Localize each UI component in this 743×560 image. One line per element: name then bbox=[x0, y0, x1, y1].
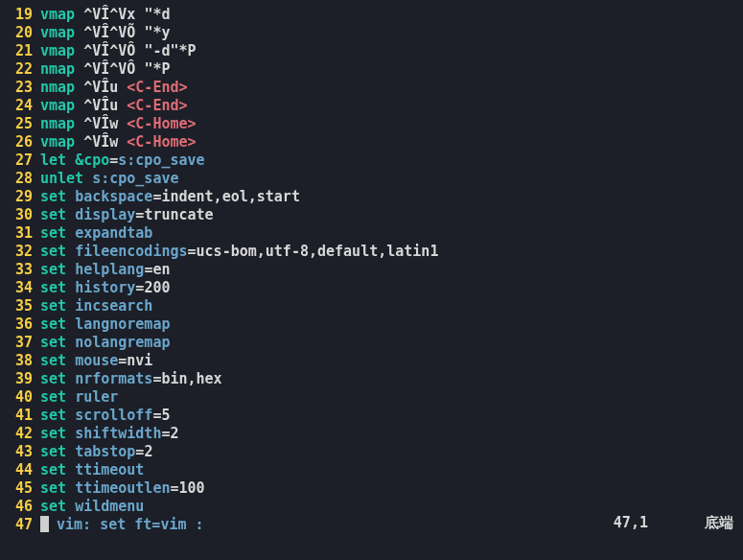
token-kw: set bbox=[40, 297, 66, 315]
token-str: "*P bbox=[144, 60, 170, 78]
token-kw: set bbox=[40, 461, 66, 478]
line-number: 45 bbox=[0, 479, 40, 498]
token-kw: set bbox=[40, 407, 66, 424]
token-red: <C-Home> bbox=[127, 133, 196, 151]
line-number: 19 bbox=[0, 6, 40, 24]
token-str bbox=[66, 224, 75, 242]
token-kw: set bbox=[40, 498, 66, 515]
code-line: 34set history=200 bbox=[0, 279, 743, 297]
token-opt: wildmenu bbox=[75, 498, 144, 515]
token-str: ^VÎ^VÕ bbox=[75, 24, 144, 41]
line-number: 44 bbox=[0, 461, 40, 479]
scroll-indicator: 底端 bbox=[657, 514, 733, 531]
token-kw: vmap bbox=[40, 97, 75, 114]
code-line: 24vmap ^VÎu <C-End> bbox=[0, 97, 743, 115]
line-number: 37 bbox=[0, 334, 40, 352]
token-opt: backspace bbox=[75, 188, 152, 205]
code-line: 28unlet s:cpo_save bbox=[0, 170, 743, 188]
token-kw: nmap bbox=[40, 60, 75, 78]
token-opt: incsearch bbox=[75, 297, 152, 315]
code-line: 41set scrolloff=5 bbox=[0, 407, 743, 425]
token-str bbox=[66, 370, 75, 387]
code-line: 25nmap ^VÎw <C-Home> bbox=[0, 115, 743, 133]
token-opt: s:cpo_save bbox=[92, 170, 178, 187]
token-kw: set bbox=[40, 315, 66, 333]
token-kw: set bbox=[40, 370, 66, 387]
token-opt: shiftwidth bbox=[75, 425, 161, 442]
token-amp: &cpo bbox=[75, 152, 109, 169]
line-number: 25 bbox=[0, 115, 40, 133]
token-opt: fileencodings bbox=[75, 243, 187, 260]
token-val: truncate bbox=[144, 206, 213, 223]
line-number: 27 bbox=[0, 152, 40, 170]
token-str bbox=[66, 206, 75, 223]
token-eq: = bbox=[118, 352, 127, 369]
token-kw: set bbox=[40, 261, 66, 278]
code-line: 21vmap ^VÎ^VÔ "-d"*P bbox=[0, 42, 743, 60]
line-number: 30 bbox=[0, 206, 40, 224]
token-kw: set bbox=[40, 479, 66, 497]
line-number: 32 bbox=[0, 243, 40, 261]
code-line: 20vmap ^VÎ^VÕ "*y bbox=[0, 24, 743, 42]
token-opt: langnoremap bbox=[75, 315, 170, 333]
code-line: 27let &cpo=s:cpo_save bbox=[0, 152, 743, 170]
token-kw: let bbox=[40, 152, 66, 169]
line-number: 39 bbox=[0, 370, 40, 388]
code-line: 33set helplang=en bbox=[0, 261, 743, 279]
token-str: ^VÎu bbox=[75, 97, 127, 114]
code-line: 29set backspace=indent,eol,start bbox=[0, 188, 743, 206]
token-kw: set bbox=[40, 279, 66, 296]
token-str bbox=[66, 425, 75, 442]
token-opt: mouse bbox=[75, 352, 118, 369]
token-opt: ruler bbox=[75, 388, 118, 406]
code-line: 42set shiftwidth=2 bbox=[0, 425, 743, 443]
token-com: vim: set ft=vim : bbox=[48, 516, 204, 533]
status-bar: 47,1 底端 bbox=[566, 514, 733, 532]
code-lines: 19vmap ^VÎ^Vx "*d20vmap ^VÎ^VÕ "*y21vmap… bbox=[0, 6, 743, 534]
token-str bbox=[66, 315, 75, 333]
token-val: en bbox=[152, 261, 170, 278]
token-opt: helplang bbox=[75, 261, 144, 278]
code-line: 32set fileencodings=ucs-bom,utf-8,defaul… bbox=[0, 243, 743, 261]
line-number: 22 bbox=[0, 60, 40, 79]
token-red: <C-Home> bbox=[127, 115, 196, 132]
token-str: "*y bbox=[144, 24, 170, 41]
token-kw: nmap bbox=[40, 115, 75, 132]
line-number: 26 bbox=[0, 133, 40, 152]
code-line: 19vmap ^VÎ^Vx "*d bbox=[0, 6, 743, 24]
line-number: 36 bbox=[0, 315, 40, 334]
token-str bbox=[66, 188, 75, 205]
code-line: 26vmap ^VÎw <C-Home> bbox=[0, 133, 743, 152]
token-eq: = bbox=[109, 152, 118, 169]
token-str: ^VÎ^VÔ bbox=[75, 60, 144, 78]
code-line: 31set expandtab bbox=[0, 224, 743, 243]
code-line: 38set mouse=nvi bbox=[0, 352, 743, 370]
token-str bbox=[66, 279, 75, 296]
token-kw: set bbox=[40, 388, 66, 406]
line-number: 34 bbox=[0, 279, 40, 297]
token-str: ^VÎ^Vx bbox=[75, 6, 144, 23]
token-str: "*d bbox=[144, 6, 170, 23]
token-val: 2 bbox=[170, 425, 178, 442]
code-line: 23nmap ^VÎu <C-End> bbox=[0, 79, 743, 97]
line-number: 23 bbox=[0, 79, 40, 97]
token-kw: set bbox=[40, 352, 66, 369]
token-opt: history bbox=[75, 279, 135, 296]
token-opt: ttimeout bbox=[75, 461, 144, 478]
code-line: 43set tabstop=2 bbox=[0, 443, 743, 461]
token-kw: vmap bbox=[40, 24, 75, 41]
token-str bbox=[66, 479, 75, 497]
token-red: <C-End> bbox=[127, 79, 187, 96]
editor-viewport[interactable]: 19vmap ^VÎ^Vx "*d20vmap ^VÎ^VÕ "*y21vmap… bbox=[0, 0, 743, 534]
token-opt: nolangremap bbox=[75, 334, 170, 351]
token-kw: set bbox=[40, 334, 66, 351]
token-kw: set bbox=[40, 224, 66, 242]
line-number: 24 bbox=[0, 97, 40, 115]
token-str bbox=[66, 498, 75, 515]
code-line: 39set nrformats=bin,hex bbox=[0, 370, 743, 388]
token-str bbox=[66, 297, 75, 315]
code-line: 22nmap ^VÎ^VÔ "*P bbox=[0, 60, 743, 79]
token-str: ^VÎw bbox=[75, 133, 127, 151]
token-str bbox=[66, 407, 75, 424]
token-kw: set bbox=[40, 188, 66, 205]
